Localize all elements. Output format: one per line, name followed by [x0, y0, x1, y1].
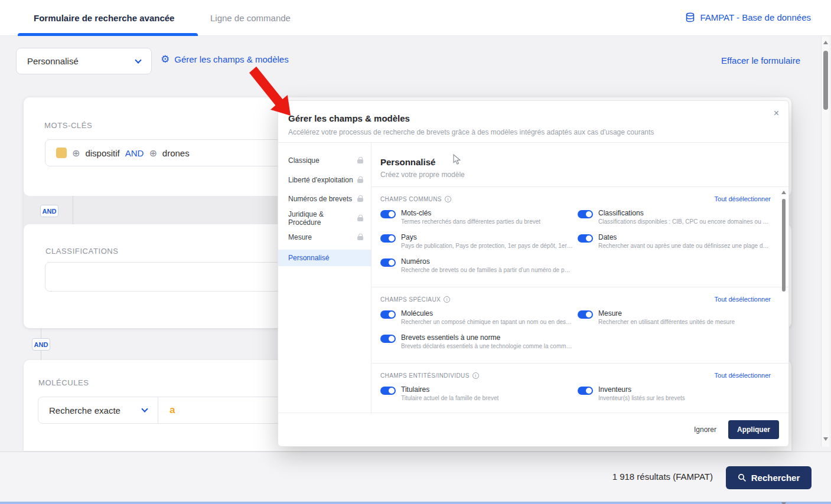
color-swatch-icon[interactable] — [56, 148, 67, 158]
keyword-term[interactable]: drones — [162, 148, 190, 158]
deselect-all-link[interactable]: Tout désélectionner — [715, 195, 771, 202]
red-arrow-annotation — [245, 65, 298, 121]
deselect-all-link[interactable]: Tout désélectionner — [715, 296, 771, 303]
fields-grid: MoléculesRechercher un composé chimique … — [380, 310, 771, 350]
keywords-label: MOTS-CLÉS — [44, 121, 92, 130]
field-label: Mots-clés — [401, 210, 540, 217]
results-count: 1 918 résultats (FAMPAT) — [612, 472, 713, 482]
toggle-mots-cles[interactable] — [380, 210, 396, 218]
sidebar-item-classique[interactable]: Classique — [278, 151, 371, 171]
molecule-search-mode-select[interactable]: Recherche exacte — [38, 397, 158, 423]
info-icon — [444, 296, 450, 303]
scroll-down-icon[interactable] — [823, 437, 828, 441]
lock-icon — [357, 236, 363, 240]
toggle-mesure[interactable] — [578, 310, 593, 319]
page-scrollbar[interactable] — [821, 37, 829, 447]
scroll-up-icon[interactable] — [781, 191, 786, 194]
toggle-molecules[interactable] — [380, 310, 396, 319]
template-select[interactable]: Personnalisé — [16, 48, 152, 74]
field-label: Dates — [598, 234, 771, 241]
close-icon[interactable]: × — [774, 108, 779, 119]
page-scrollbar-thumb[interactable] — [823, 51, 828, 110]
molecules-label: MOLÉCULES — [38, 378, 89, 387]
ignore-button[interactable]: Ignorer — [694, 426, 716, 434]
field-text: PaysPays de publication, Pays de protect… — [401, 234, 573, 250]
scroll-up-icon[interactable] — [823, 41, 828, 44]
search-button[interactable]: Rechercher — [726, 466, 812, 489]
modal-title: Gérer les champs & modèles — [288, 113, 410, 123]
field-description: Titulaire actuel de la famille de brevet — [401, 394, 498, 402]
tab-advanced-search-form[interactable]: Formulaire de recherche avancée — [34, 13, 174, 23]
sidebar-item-label: Numéros de brevets — [288, 195, 357, 203]
modal-sections: CHAMPS COMMUNSTout désélectionnerMots-cl… — [371, 187, 788, 414]
circled-plus-icon[interactable]: ⊕ — [149, 148, 157, 159]
toggle-classifications[interactable] — [578, 210, 593, 218]
section-header: CHAMPS ENTITÉS/INDIVIDUSTout désélection… — [380, 372, 771, 379]
field-text: ClassificationsClassifications disponibl… — [598, 210, 771, 225]
field-text: MoléculesRechercher un composé chimique … — [401, 310, 573, 326]
database-link[interactable]: FAMPAT - Base de données — [685, 12, 811, 22]
top-header: Formulaire de recherche avancée Ligne de… — [0, 0, 831, 36]
clear-form-link[interactable]: Effacer le formulaire — [721, 55, 800, 66]
chevron-down-icon — [135, 57, 141, 63]
field-description: Rechercher un composé chimique en tapant… — [401, 318, 573, 326]
modal-subtitle: Accélérez votre processus de recherche d… — [288, 128, 654, 136]
manage-fields-link[interactable]: ⚙ Gérer les champs & modèles — [161, 54, 289, 64]
field-molecules: MoléculesRechercher un composé chimique … — [380, 310, 578, 326]
sidebar-item-juridique-procedure[interactable]: Juridique & Procédure — [278, 209, 371, 228]
search-icon — [738, 473, 747, 482]
modal-scrollbar[interactable] — [781, 191, 786, 504]
modal-sidebar: ClassiqueLiberté d'exploitationNuméros d… — [278, 143, 371, 414]
apply-button[interactable]: Appliquer — [728, 420, 779, 439]
panel-subtitle: Créez votre propre modèle — [380, 171, 465, 179]
field-label: Numéros — [401, 258, 573, 266]
sidebar-item-liberte-d-exploitation[interactable]: Liberté d'exploitation — [278, 171, 371, 190]
section-title: CHAMPS SPÉCIAUX — [380, 296, 441, 303]
chevron-down-icon — [141, 405, 148, 412]
gear-icon: ⚙ — [161, 54, 170, 64]
field-mesure: MesureRechercher en utilisant différente… — [578, 310, 771, 326]
toggle-dates[interactable] — [578, 234, 593, 243]
field-description: Recherche de brevets ou de familles à pa… — [401, 266, 573, 274]
toggle-brevets-essentiels-a-une-norme[interactable] — [380, 335, 396, 343]
modal-section-champs-speciaux: CHAMPS SPÉCIAUXTout désélectionnerMolécu… — [371, 287, 788, 364]
toggle-numeros[interactable] — [380, 258, 396, 267]
lock-icon — [357, 179, 363, 183]
sidebar-item-personnalise[interactable]: Personnalisé — [278, 250, 371, 266]
and-operator-badge[interactable]: AND — [40, 205, 58, 217]
toggle-titulaires[interactable] — [380, 387, 396, 395]
modal-section-champs-communs: CHAMPS COMMUNSTout désélectionnerMots-cl… — [371, 187, 788, 287]
keyword-term[interactable]: dispositif — [85, 148, 119, 158]
field-text: DatesRechercher avant ou après une date … — [598, 234, 771, 250]
fields-grid: Mots-clésTermes recherchés dans différen… — [380, 210, 771, 274]
field-label: Inventeurs — [598, 386, 685, 394]
molecule-search-mode-value: Recherche exacte — [49, 405, 120, 415]
modal-scrollbar-thumb[interactable] — [782, 199, 786, 292]
field-description: Termes recherchés dans différentes parti… — [401, 218, 540, 225]
field-text: Brevets essentiels à une normeBrevets dé… — [401, 334, 573, 350]
toggle-inventeurs[interactable] — [578, 387, 593, 395]
molecule-input-hint: a — [170, 404, 175, 416]
sidebar-item-mesure[interactable]: Mesure — [278, 228, 371, 247]
sidebar-item-label: Liberté d'exploitation — [288, 176, 357, 184]
field-brevets-essentiels-a-une-norme: Brevets essentiels à une normeBrevets dé… — [380, 334, 578, 350]
deselect-all-link[interactable]: Tout désélectionner — [715, 372, 771, 379]
active-tab-underline — [18, 33, 198, 36]
field-label: Brevets essentiels à une norme — [401, 334, 573, 342]
keyword-operator[interactable]: AND — [125, 148, 144, 158]
toggle-pays[interactable] — [380, 234, 396, 243]
info-icon — [472, 372, 479, 379]
info-icon — [445, 196, 451, 202]
molecule-input[interactable]: a — [158, 397, 175, 423]
field-text: MesureRechercher en utilisant différente… — [598, 310, 735, 326]
and-operator-badge[interactable]: AND — [32, 338, 50, 351]
field-label: Mesure — [598, 310, 735, 318]
circled-plus-icon[interactable]: ⊕ — [72, 148, 80, 159]
template-select-value: Personnalisé — [27, 56, 79, 66]
sidebar-item-label: Mesure — [288, 233, 357, 241]
sidebar-item-numeros-de-brevets[interactable]: Numéros de brevets — [278, 189, 371, 209]
bottom-accent-line — [0, 502, 831, 504]
field-inventeurs: InventeursInventeur(s) listés sur les br… — [578, 386, 771, 402]
tab-command-line[interactable]: Ligne de commande — [210, 13, 291, 23]
fields-grid: TitulairesTitulaire actuel de la famille… — [380, 386, 771, 402]
